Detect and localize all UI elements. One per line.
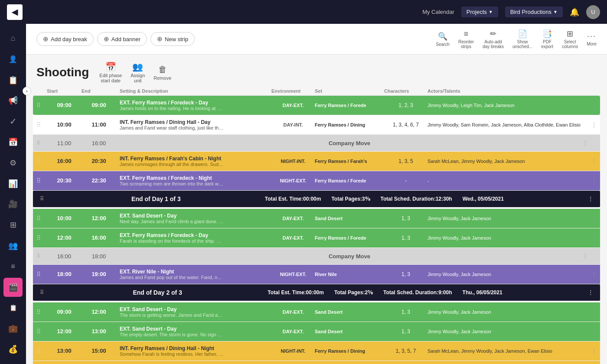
description-cell: INT. Ferry Ramses / Farah's Cabin - Nigh… xyxy=(116,156,271,167)
sidebar-item-camera[interactable]: 🎥 xyxy=(3,195,23,214)
col-set: Set xyxy=(315,88,384,94)
sidebar-item-grid[interactable]: ⊞ xyxy=(3,215,23,234)
add-banner-button[interactable]: ⊕ Add banner xyxy=(97,32,147,46)
sidebar-item-film[interactable]: 🎬 xyxy=(3,278,23,297)
company-move-row: ⠿ 11:00 16:00 Company Move ⋮ xyxy=(33,135,600,151)
actors-cell: Jimmy Woodly, Jack Jameson xyxy=(428,216,583,221)
start-time: 10:00 xyxy=(47,215,82,221)
sidebar-item-settings[interactable]: ⚙ xyxy=(3,153,23,172)
sidebar-item-breakdown[interactable]: ≡ xyxy=(3,257,23,276)
auto-add-icon: ✏ xyxy=(490,29,496,39)
sidebar-item-team[interactable]: 👥 xyxy=(3,236,23,255)
drag-handle[interactable]: ⠿ xyxy=(36,309,47,315)
drag-handle[interactable]: ⠿ xyxy=(36,348,47,354)
table-row: ⠿ 09:00 12:00 EXT. Sand Desert - Day The… xyxy=(33,302,600,322)
my-calendar-link[interactable]: My Calendar xyxy=(422,9,454,15)
assign-unit-button[interactable]: 👥 Assignunit xyxy=(131,62,145,83)
description-cell: EXT. River Nile - Night James and Farid … xyxy=(116,269,271,280)
row-menu-button[interactable]: ⋮ xyxy=(583,328,597,335)
set-cell: Sand Desert xyxy=(315,216,384,221)
drag-handle[interactable]: ⠿ xyxy=(36,121,47,128)
reorder-strips-button[interactable]: ≡ Reorderstrips xyxy=(458,29,474,49)
environment-badge: NIGHT-EXT. xyxy=(271,178,315,183)
row-menu-button[interactable]: ⋮ xyxy=(583,215,597,221)
production-button[interactable]: Bird Productions ▼ xyxy=(505,6,563,17)
day-end-menu[interactable]: ⋮ xyxy=(588,196,593,202)
auto-add-button[interactable]: ✏ Auto-addday breaks xyxy=(483,29,504,49)
drag-handle[interactable]: ⠿ xyxy=(36,102,47,109)
drag-handle[interactable]: ⠿ xyxy=(36,177,47,184)
sidebar-item-schedule2[interactable]: 📋 xyxy=(3,299,23,318)
main-content: ⊕ Add day break ⊕ Add banner ⊕ New strip… xyxy=(26,24,607,364)
description-cell: EXT. Sand Desert - Day The empty desert.… xyxy=(116,326,271,337)
environment-badge: DAY-EXT. xyxy=(271,235,315,240)
start-time: 10:00 xyxy=(47,121,82,128)
characters-cell: 1, 3, 5, 7 xyxy=(384,348,428,354)
pdf-export-button[interactable]: 📑 PDFexport xyxy=(541,29,553,49)
plus-icon2: ⊕ xyxy=(104,35,109,43)
sidebar-item-calendar[interactable]: 📅 xyxy=(3,133,23,152)
row-menu-button[interactable]: ⋮ xyxy=(583,102,597,108)
notifications-bell[interactable]: 🔔 xyxy=(570,7,579,17)
characters-cell: - xyxy=(384,178,428,184)
row-menu-button[interactable]: ⋮ xyxy=(583,178,597,184)
col-chars: Characters xyxy=(384,88,428,94)
drag-handle[interactable]: ⠿ xyxy=(40,289,44,296)
set-cell: River Nile xyxy=(315,272,384,277)
actors-cell: Jimmy Woodly, Jack Jameson xyxy=(428,329,583,334)
description-cell: EXT. Ferry Ramses / Foredeck - Day Farah… xyxy=(116,232,271,244)
row-menu-button[interactable]: ⋮ xyxy=(583,271,597,277)
edit-phase-start-date-button[interactable]: 📅 Edit phasestart date xyxy=(99,62,122,83)
sidebar-collapse-button[interactable]: › xyxy=(23,87,31,95)
sidebar-item-budget[interactable]: 💼 xyxy=(3,319,23,338)
set-cell: Ferry Ramses / Farah's xyxy=(315,159,384,164)
select-columns-button[interactable]: ⊞ Selectcolumns xyxy=(562,29,578,49)
environment-badge: DAY-EXT. xyxy=(271,309,315,315)
left-sidebar: ⌂ 👤 📋 📢 ✓ 📅 ⚙ 📊 🎥 ⊞ 👥 ≡ 🎬 📋 💼 💰 xyxy=(0,24,26,364)
projects-button[interactable]: Projects ▼ xyxy=(461,6,498,17)
row-menu-button[interactable]: ⋮ xyxy=(583,253,597,259)
drag-handle[interactable]: ⠿ xyxy=(36,271,47,278)
day-end-label: End of Day 2 of 3 xyxy=(133,289,182,296)
row-menu-button[interactable]: ⋮ xyxy=(583,348,597,354)
search-toolbar-button[interactable]: 🔍 Search xyxy=(436,32,450,47)
row-menu-button[interactable]: ⋮ xyxy=(583,309,597,315)
row-menu-button[interactable]: ⋮ xyxy=(583,158,597,164)
app-logo[interactable]: ◀ xyxy=(7,4,23,20)
add-day-break-button[interactable]: ⊕ Add day break xyxy=(36,32,94,46)
calendar-edit-icon: 📅 xyxy=(105,62,116,72)
remove-phase-button[interactable]: 🗑 Remove xyxy=(153,65,171,81)
drag-handle[interactable]: ⠿ xyxy=(36,328,47,335)
start-time: 13:00 xyxy=(47,348,82,354)
sidebar-item-people[interactable]: 👤 xyxy=(3,50,23,69)
show-unsched-button[interactable]: 📄 Showunsched... xyxy=(512,29,532,49)
row-menu-button[interactable]: ⋮ xyxy=(583,122,597,128)
table-row: ⠿ 12:00 13:00 EXT. Sand Desert - Day The… xyxy=(33,322,600,341)
description-cell: INT. Ferry Ramses / Dining Hall - Day Ja… xyxy=(116,119,271,130)
company-move-label: Company Move xyxy=(116,140,583,146)
day-date: Wed., 05/05/2021 xyxy=(463,196,504,202)
description-cell: EXT. Ferry Ramses / Foredeck - Night Two… xyxy=(116,175,271,186)
sidebar-item-finance[interactable]: 💰 xyxy=(3,340,23,359)
description-cell: EXT. Sand Desert - Day Next day. James a… xyxy=(116,213,271,224)
day-end-menu[interactable]: ⋮ xyxy=(588,289,593,296)
sidebar-item-checklist[interactable]: ✓ xyxy=(3,112,23,131)
drag-handle[interactable]: ⠿ xyxy=(36,253,47,259)
drag-handle[interactable]: ⠿ xyxy=(36,234,47,241)
sidebar-item-documents[interactable]: 📋 xyxy=(3,71,23,90)
phase-header: Shooting 📅 Edit phasestart date 👥 Assign… xyxy=(26,55,607,87)
drag-handle[interactable]: ⠿ xyxy=(36,215,47,222)
sidebar-item-announcements[interactable]: 📢 xyxy=(3,91,23,110)
user-avatar[interactable]: U xyxy=(586,5,600,19)
row-menu-button[interactable]: ⋮ xyxy=(583,235,597,241)
drag-handle[interactable]: ⠿ xyxy=(36,158,47,165)
sidebar-item-home[interactable]: ⌂ xyxy=(3,29,23,48)
sidebar-item-reports[interactable]: 📊 xyxy=(3,174,23,193)
row-menu-button[interactable]: ⋮ xyxy=(583,140,597,146)
new-strip-button[interactable]: ⊕ New strip xyxy=(150,32,195,46)
drag-handle[interactable]: ⠿ xyxy=(40,196,44,202)
end-time: 20:30 xyxy=(82,158,116,164)
more-button[interactable]: ··· More xyxy=(587,32,597,46)
drag-handle[interactable]: ⠿ xyxy=(36,140,47,146)
start-time: 12:00 xyxy=(47,328,82,335)
